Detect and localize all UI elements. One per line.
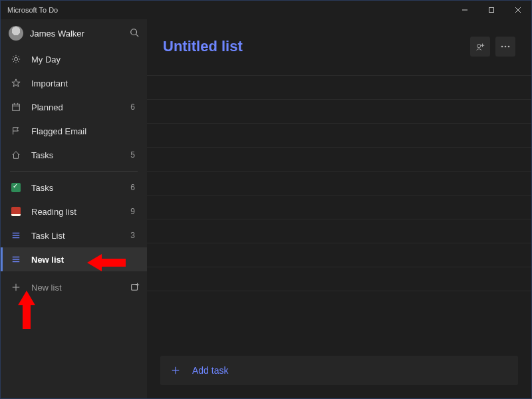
svg-line-11 (13, 57, 14, 57)
app-window: Microsoft To Do James Walker (0, 0, 532, 399)
sidebar-item-label: Tasks (31, 183, 130, 193)
svg-point-36 (501, 46, 503, 48)
star-icon (10, 78, 22, 88)
flag-icon (10, 126, 22, 136)
titlebar: Microsoft To Do (1, 1, 531, 19)
sidebar-item-important[interactable]: Important (1, 71, 147, 95)
sidebar-item-label: Flagged Email (31, 126, 135, 136)
list-icon (10, 231, 22, 240)
svg-line-14 (18, 57, 19, 57)
new-group-icon[interactable] (130, 281, 140, 294)
sidebar-item-count: 3 (130, 231, 138, 240)
maximize-button[interactable] (478, 1, 505, 19)
svg-rect-16 (13, 104, 20, 111)
task-lines (147, 62, 531, 315)
sidebar-item-tasks-custom[interactable]: Tasks 6 (1, 176, 147, 200)
new-list-row[interactable]: New list (1, 274, 147, 301)
book-icon (10, 207, 22, 216)
custom-lists: Tasks 6 Reading list 9 Task List 3 New l… (1, 176, 147, 271)
svg-rect-1 (489, 8, 494, 13)
task-line (147, 75, 531, 99)
sidebar-item-count: 6 (130, 102, 138, 112)
app-body: James Walker My Day Important (1, 19, 531, 398)
search-icon[interactable] (130, 28, 139, 39)
sidebar-item-label: My Day (31, 55, 135, 65)
share-button[interactable] (470, 37, 490, 57)
sidebar-item-count: 6 (130, 183, 138, 192)
svg-line-5 (136, 34, 139, 37)
task-line (147, 243, 531, 267)
sidebar-item-label: Important (31, 78, 135, 88)
task-line (147, 123, 531, 147)
svg-point-38 (508, 46, 510, 48)
sidebar-item-count: 9 (130, 207, 138, 216)
close-button[interactable] (505, 1, 531, 19)
task-line (147, 267, 531, 291)
checkbox-icon (10, 183, 22, 192)
main-header: Untitled list (147, 19, 531, 62)
sidebar-item-tasks[interactable]: Tasks 5 (1, 143, 147, 167)
sidebar-item-planned[interactable]: Planned 6 (1, 95, 147, 119)
svg-line-13 (13, 61, 14, 62)
task-line (147, 291, 531, 315)
plus-icon (10, 283, 22, 292)
sidebar-divider (10, 171, 138, 172)
user-name: James Walker (30, 29, 130, 39)
sidebar-item-count: 5 (130, 150, 138, 160)
more-button[interactable] (495, 37, 515, 57)
add-task-input[interactable]: Add task (160, 356, 518, 385)
sidebar-item-label: Reading list (31, 207, 130, 217)
sidebar-item-myday[interactable]: My Day (1, 47, 147, 71)
window-controls (452, 1, 531, 19)
add-task-label: Add task (192, 365, 228, 376)
sidebar-item-reading[interactable]: Reading list 9 (1, 200, 147, 223)
task-line (147, 147, 531, 171)
new-list-label: New list (31, 283, 130, 293)
home-icon (10, 150, 22, 160)
plus-icon (171, 366, 180, 375)
svg-point-33 (477, 44, 481, 47)
sidebar-item-tasklist[interactable]: Task List 3 (1, 223, 147, 247)
smart-lists: My Day Important Planned 6 Flagged Email (1, 47, 147, 167)
app-title: Microsoft To Do (1, 6, 58, 14)
list-title[interactable]: Untitled list (163, 38, 470, 55)
sidebar-item-flagged[interactable]: Flagged Email (1, 119, 147, 143)
svg-line-12 (18, 61, 19, 62)
task-area (147, 62, 531, 356)
minimize-button[interactable] (452, 1, 478, 19)
svg-marker-15 (12, 79, 20, 86)
sidebar-item-label: Tasks (31, 150, 130, 160)
task-line (147, 171, 531, 195)
sidebar-item-label: Planned (31, 102, 130, 112)
sidebar-item-newlist[interactable]: New list (1, 247, 147, 271)
svg-point-4 (131, 29, 137, 35)
task-line (147, 195, 531, 219)
user-row[interactable]: James Walker (1, 19, 147, 47)
task-line (147, 219, 531, 243)
sidebar-item-label: Task List (31, 231, 130, 241)
task-line (147, 99, 531, 123)
main-panel: Untitled list (147, 19, 531, 398)
list-icon (10, 255, 22, 264)
calendar-icon (10, 102, 22, 112)
sidebar: James Walker My Day Important (1, 19, 147, 398)
header-actions (470, 37, 515, 57)
sidebar-item-label: New list (31, 255, 135, 265)
avatar (9, 26, 23, 41)
svg-point-6 (14, 57, 17, 61)
sun-icon (10, 55, 22, 64)
svg-point-37 (505, 46, 507, 48)
